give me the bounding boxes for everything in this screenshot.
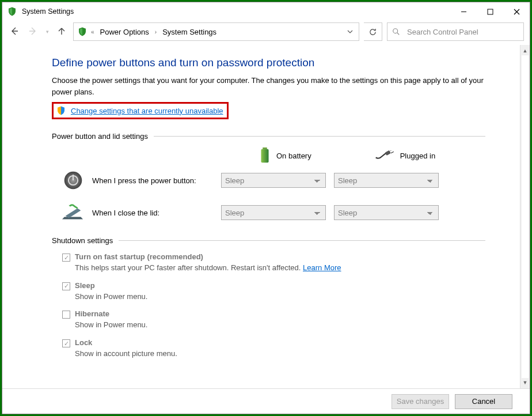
check-hibernate: Hibernate Show in Power menu.: [62, 309, 485, 336]
check-faststartup: ✓ Turn on fast startup (recommended) Thi…: [62, 252, 485, 279]
lid-plugged-select[interactable]: Sleep: [334, 205, 439, 220]
hibernate-label: Hibernate: [75, 309, 147, 320]
lock-label: Lock: [75, 338, 177, 349]
location-icon: [77, 27, 88, 37]
lid-battery-select[interactable]: Sleep: [221, 205, 326, 220]
crumb-power-options[interactable]: Power Options: [98, 27, 151, 37]
breadcrumb[interactable]: « Power Options › System Settings: [73, 22, 359, 41]
scroll-up-icon[interactable]: ▲: [523, 46, 528, 55]
search-input[interactable]: [406, 27, 519, 37]
change-settings-link[interactable]: Change settings that are currently unava…: [71, 107, 223, 115]
sleep-checkbox[interactable]: ✓: [62, 282, 70, 290]
group-title-shutdown: Shutdown settings: [52, 236, 113, 245]
power-icon: [62, 169, 84, 191]
footer: Save changes Cancel: [2, 388, 530, 414]
faststartup-label: Turn on fast startup (recommended): [75, 252, 341, 263]
group-power-button: Power button and lid settings On battery: [52, 132, 485, 224]
search-box[interactable]: [387, 22, 524, 41]
recent-dropdown[interactable]: ▾: [46, 29, 49, 35]
col-header-battery-label: On battery: [276, 152, 311, 160]
titlebar: System Settings: [2, 2, 530, 21]
page-subtext: Choose the power settings that you want …: [52, 75, 485, 97]
power-button-battery-select[interactable]: Sleep: [221, 173, 326, 188]
navbar: ▾ « Power Options › System Settings: [2, 21, 530, 45]
window: System Settings ▾ « Power: [2, 2, 530, 414]
scroll-down-icon[interactable]: ▼: [523, 378, 528, 387]
maximize-button[interactable]: [477, 2, 503, 21]
crumb-chevron[interactable]: «: [91, 29, 94, 35]
learn-more-link[interactable]: Learn More: [303, 263, 341, 272]
row-lid: When I close the lid: Sleep Sleep: [52, 202, 485, 224]
hibernate-desc: Show in Power menu.: [75, 320, 147, 331]
content: Define power buttons and turn on passwor…: [2, 45, 520, 388]
svg-rect-6: [263, 148, 267, 149]
back-button[interactable]: [9, 26, 20, 38]
content-wrap: Define power buttons and turn on passwor…: [2, 45, 530, 388]
lock-checkbox[interactable]: ✓: [62, 339, 70, 347]
plug-icon: [375, 150, 394, 161]
row-power-button: When I press the power button: Sleep Sle…: [52, 169, 485, 191]
faststartup-desc: This helps start your PC faster after sh…: [75, 263, 303, 272]
group-shutdown: Shutdown settings ✓ Turn on fast startup…: [52, 236, 485, 365]
svg-point-4: [393, 29, 398, 33]
crumb-system-settings[interactable]: System Settings: [160, 27, 219, 37]
save-button[interactable]: Save changes: [392, 394, 449, 409]
nav-arrows: ▾: [9, 26, 66, 38]
window-buttons: [450, 2, 530, 21]
sleep-desc: Show in Power menu.: [75, 292, 147, 302]
refresh-button[interactable]: [364, 22, 382, 41]
scrollbar[interactable]: ▲ ▼: [520, 45, 530, 388]
lid-label: When I close the lid:: [92, 209, 213, 217]
shield-icon: [56, 105, 66, 116]
window-title: System Settings: [22, 7, 74, 16]
divider: [119, 240, 485, 241]
cancel-button[interactable]: Cancel: [455, 394, 512, 409]
page-title: Define power buttons and turn on passwor…: [52, 56, 485, 69]
svg-line-10: [390, 152, 393, 153]
power-button-plugged-select[interactable]: Sleep: [334, 173, 439, 188]
battery-icon: [259, 148, 271, 164]
admin-link-box: Change settings that are currently unava…: [52, 102, 229, 119]
up-button[interactable]: [57, 27, 66, 37]
check-sleep: ✓ Sleep Show in Power menu.: [62, 281, 485, 308]
hibernate-checkbox[interactable]: [62, 311, 70, 319]
minimize-button[interactable]: [450, 2, 477, 21]
svg-line-5: [397, 33, 400, 35]
close-button[interactable]: [503, 2, 530, 21]
sleep-label: Sleep: [75, 281, 147, 292]
col-header-plugged: Plugged in: [375, 150, 435, 161]
breadcrumb-dropdown[interactable]: [344, 28, 356, 36]
svg-line-9: [390, 150, 393, 151]
power-button-label: When I press the power button:: [92, 176, 213, 185]
lid-icon: [62, 202, 84, 224]
forward-button[interactable]: [28, 26, 38, 38]
svg-rect-7: [261, 149, 268, 162]
col-header-battery: On battery: [259, 148, 311, 164]
svg-rect-8: [385, 150, 390, 156]
search-icon: [392, 28, 400, 36]
group-title-power: Power button and lid settings: [52, 132, 148, 141]
scroll-thumb[interactable]: [522, 55, 529, 378]
chevron-right-icon: ›: [155, 29, 157, 35]
divider: [154, 136, 485, 137]
faststartup-checkbox[interactable]: ✓: [62, 254, 70, 262]
svg-rect-1: [488, 9, 493, 14]
check-lock: ✓ Lock Show in account picture menu.: [62, 338, 485, 365]
app-icon: [7, 6, 17, 17]
col-header-plugged-label: Plugged in: [400, 152, 435, 160]
lock-desc: Show in account picture menu.: [75, 349, 177, 360]
